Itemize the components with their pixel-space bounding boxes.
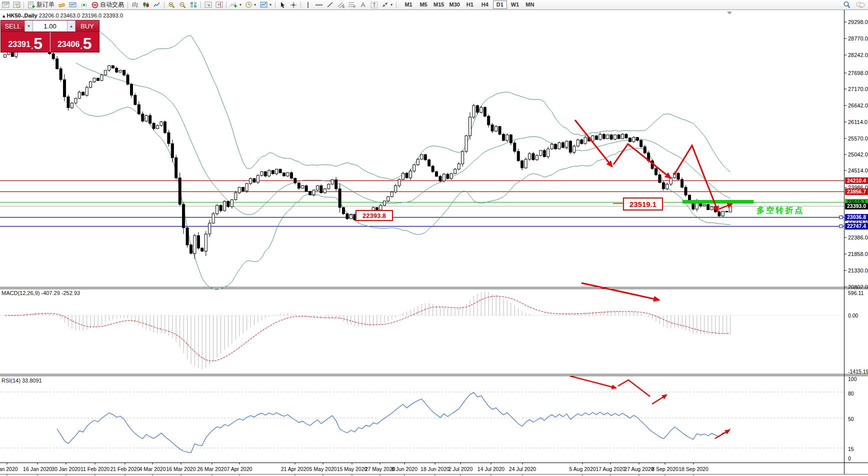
trendline-icon[interactable] (324, 0, 336, 9)
chart-canvas[interactable]: 29298.028770.028242.027698.027170.026642… (0, 10, 868, 476)
collapse-icon[interactable]: ▴ (2, 12, 6, 18)
market-window-icon[interactable] (68, 0, 78, 9)
svg-text:29298.0: 29298.0 (848, 19, 868, 25)
crosshair-icon[interactable] (288, 0, 299, 9)
arrows-button[interactable]: ▾ (380, 0, 394, 9)
sell-price-dot: . (31, 42, 33, 51)
svg-text:26114.0: 26114.0 (848, 119, 868, 125)
svg-text:23856.7: 23856.7 (847, 188, 866, 194)
timeframe-m5[interactable]: M5 (416, 0, 430, 9)
toolbar-separator (24, 2, 24, 8)
svg-text:14 Jul 2020: 14 Jul 2020 (478, 466, 504, 472)
turning-point-text[interactable]: 多空转折点 (756, 206, 804, 216)
svg-text:T: T (372, 2, 376, 8)
chart-window[interactable]: 29298.028770.028242.027698.027170.026642… (0, 10, 868, 476)
svg-text:596.11: 596.11 (848, 290, 864, 296)
timeframe-d1[interactable]: D1 (493, 0, 507, 9)
buy-button[interactable]: BUY (76, 20, 99, 32)
main-toolbar: 新订单 自动交易 ▾ ▾ ▾ (0, 0, 868, 10)
toolbar-separator (300, 2, 301, 8)
bar-chart-icon[interactable] (130, 0, 140, 9)
ohlc-readout: 23206.0 23463.0 23196.0 23393.0 (39, 12, 123, 18)
text-icon[interactable]: A (358, 0, 368, 9)
channel-icon[interactable]: E (336, 0, 346, 9)
vertical-line-icon[interactable] (302, 0, 314, 9)
cursor-icon[interactable] (277, 0, 288, 9)
signals-icon[interactable] (78, 0, 90, 9)
svg-text:5 Aug 2020: 5 Aug 2020 (569, 466, 596, 472)
timeframe-m1[interactable]: M1 (402, 0, 416, 9)
svg-text:2 Jul 2020: 2 Jul 2020 (448, 466, 473, 472)
timeframe-mn[interactable]: MN (523, 0, 537, 9)
svg-text:24210.4: 24210.4 (847, 178, 866, 184)
chevron-down-icon: ▾ (390, 2, 392, 7)
line-chart-icon[interactable] (152, 0, 162, 9)
horizontal-line-icon[interactable] (314, 0, 324, 9)
svg-text:-1415.19: -1415.19 (848, 368, 868, 374)
svg-text:7 Apr 2020: 7 Apr 2020 (227, 466, 252, 472)
candlestick-icon[interactable] (140, 0, 152, 9)
new-order-button[interactable]: 新订单 (26, 0, 56, 9)
green-highlight-bar[interactable] (682, 200, 754, 204)
indicators-icon (230, 2, 238, 8)
new-order-label: 新订单 (36, 0, 54, 9)
timeframe-w1[interactable]: W1 (508, 0, 522, 9)
timeframe-m30[interactable]: M30 (447, 0, 462, 9)
svg-text:18 Jun 2020: 18 Jun 2020 (420, 466, 450, 472)
deposit-icon[interactable] (56, 0, 68, 9)
svg-text:17 Aug 2020: 17 Aug 2020 (596, 466, 626, 472)
price-tag: 22747.4 (845, 223, 868, 230)
zoom-out-icon[interactable] (177, 0, 188, 9)
timeframe-h1[interactable]: H1 (463, 0, 477, 9)
svg-text:21 Apr 2020: 21 Apr 2020 (281, 466, 310, 472)
indicators-button[interactable]: ▾ (228, 0, 244, 9)
autotrading-button[interactable]: 自动交易 (90, 0, 126, 9)
periods-button[interactable]: ▾ (244, 0, 258, 9)
buy-price[interactable]: 23406.5 (50, 32, 100, 52)
mt4-window: 新订单 自动交易 ▾ ▾ ▾ (0, 0, 868, 476)
sell-price[interactable]: 23391.5 (1, 32, 50, 52)
volume-down-button[interactable]: ▼ (24, 20, 33, 32)
chart-window-icon[interactable] (0, 0, 11, 9)
volume-input[interactable] (33, 20, 67, 32)
buy-price-dot: . (80, 42, 82, 51)
toolbar-separator (396, 2, 396, 8)
toolbar-right-group (841, 0, 866, 9)
label-icon[interactable]: T (368, 0, 380, 9)
svg-text:F: F (354, 5, 356, 8)
volume-up-button[interactable]: ▲ (67, 20, 76, 32)
svg-text:80: 80 (848, 390, 854, 396)
support-price-label[interactable]: 23519.1 (623, 198, 663, 210)
svg-text:50: 50 (848, 416, 854, 422)
timeframe-m15[interactable]: M15 (432, 0, 446, 9)
svg-text:23393.0: 23393.0 (847, 203, 866, 209)
svg-text:27698.0: 27698.0 (848, 70, 868, 76)
svg-text:24514.0: 24514.0 (848, 168, 868, 174)
template-icon (260, 2, 268, 8)
svg-text:21858.0: 21858.0 (848, 251, 868, 257)
svg-text:25570.0: 25570.0 (848, 136, 868, 142)
chart-shift-icon[interactable] (214, 0, 224, 9)
chart-profile-icon[interactable] (11, 0, 22, 9)
auto-scroll-icon[interactable] (202, 0, 214, 9)
chart-shift-marker[interactable] (727, 12, 732, 14)
fibonacci-icon[interactable]: F (346, 0, 358, 9)
template-button[interactable]: ▾ (258, 0, 274, 9)
timeframe-h4[interactable]: H4 (478, 0, 492, 9)
zoom-in-icon[interactable] (166, 0, 177, 9)
svg-text:28242.0: 28242.0 (848, 52, 868, 58)
chat-icon[interactable] (855, 0, 866, 9)
search-icon[interactable] (841, 0, 852, 9)
svg-text:26 Mar 2020: 26 Mar 2020 (198, 466, 227, 472)
svg-text:5 May 2020: 5 May 2020 (310, 466, 337, 472)
price-tag: 23036.8 (845, 214, 868, 220)
price-tag: 23393.0 (845, 203, 868, 210)
tile-windows-icon[interactable] (188, 0, 199, 9)
chevron-down-icon: ▾ (240, 2, 242, 7)
sell-button[interactable]: SELL (1, 20, 24, 32)
new-order-icon (28, 2, 35, 8)
toolbar-separator (226, 2, 226, 8)
chart-title: ▴ HK50-,Daily 23206.0 23463.0 23196.0 23… (2, 12, 123, 19)
svg-text:27 May 2020: 27 May 2020 (365, 466, 396, 472)
low-price-label[interactable]: 22393.8 (356, 210, 393, 221)
